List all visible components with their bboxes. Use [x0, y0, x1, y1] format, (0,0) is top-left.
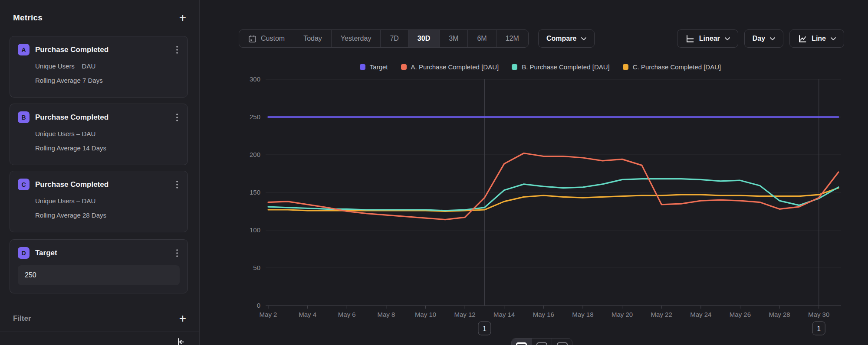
- x-axis-label: May 6: [338, 311, 356, 318]
- app-window: Metrics + A Purchase Completed Unique Us…: [0, 0, 868, 345]
- x-axis-label: May 20: [612, 311, 633, 318]
- y-axis-label: 150: [250, 189, 260, 196]
- series-line-c: [268, 188, 838, 212]
- view-option-table-view[interactable]: [532, 338, 552, 345]
- x-axis-label: May 12: [454, 311, 476, 318]
- x-axis-label: May 22: [651, 311, 672, 318]
- y-axis-label: 50: [253, 264, 260, 271]
- metric-view-icon: [557, 342, 568, 345]
- x-axis-label: May 24: [690, 311, 711, 318]
- x-axis-label: May 28: [769, 311, 790, 318]
- annotation-badge[interactable]: 1: [478, 322, 491, 335]
- metrics-line-chart[interactable]: 050100150200250300May 2May 4May 6May 8Ma…: [0, 0, 868, 345]
- x-axis-label: May 14: [493, 311, 515, 318]
- x-axis-label: May 16: [533, 311, 554, 318]
- x-axis-label: May 26: [730, 311, 751, 318]
- view-toggle: [511, 338, 572, 345]
- y-axis-label: 100: [250, 226, 260, 234]
- x-axis-label: May 2: [260, 311, 277, 318]
- view-option-metric-view[interactable]: [552, 338, 572, 345]
- chart-view-icon: [516, 342, 527, 345]
- table-view-icon: [536, 342, 547, 345]
- x-axis-label: May 30: [808, 311, 829, 318]
- y-axis-label: 200: [250, 151, 260, 158]
- x-axis-label: May 8: [377, 311, 395, 318]
- y-axis-label: 0: [257, 302, 260, 309]
- annotation-count: 1: [483, 325, 487, 332]
- y-axis-label: 250: [250, 113, 260, 120]
- annotation-count: 1: [817, 325, 821, 332]
- x-axis-label: May 10: [415, 311, 436, 318]
- series-line-b: [268, 179, 838, 211]
- x-axis-label: May 18: [572, 311, 593, 318]
- x-axis-label: May 4: [299, 311, 316, 318]
- view-option-chart-view[interactable]: [512, 338, 532, 345]
- y-axis-label: 300: [250, 75, 260, 83]
- annotation-badge[interactable]: 1: [812, 322, 825, 335]
